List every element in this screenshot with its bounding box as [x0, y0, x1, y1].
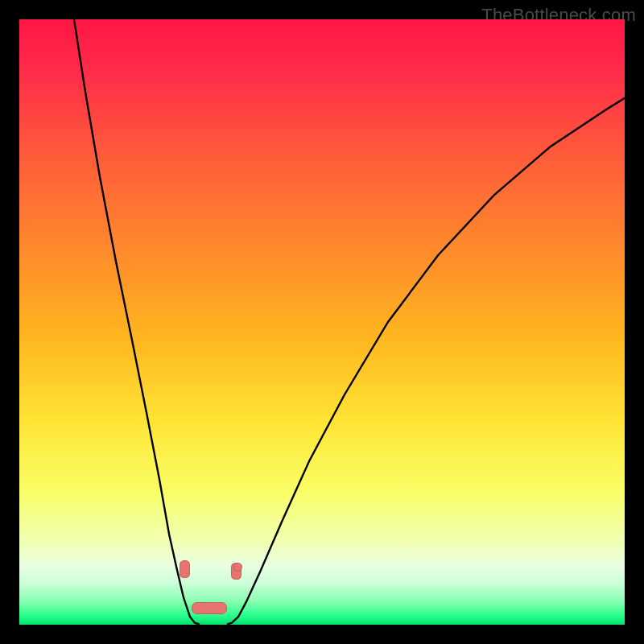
curve-left: [74, 19, 200, 625]
curve-right: [227, 98, 625, 625]
bottleneck-curve: [19, 19, 625, 625]
chart-frame: TheBottleneck.com: [0, 0, 644, 644]
plot-area: [19, 19, 625, 625]
